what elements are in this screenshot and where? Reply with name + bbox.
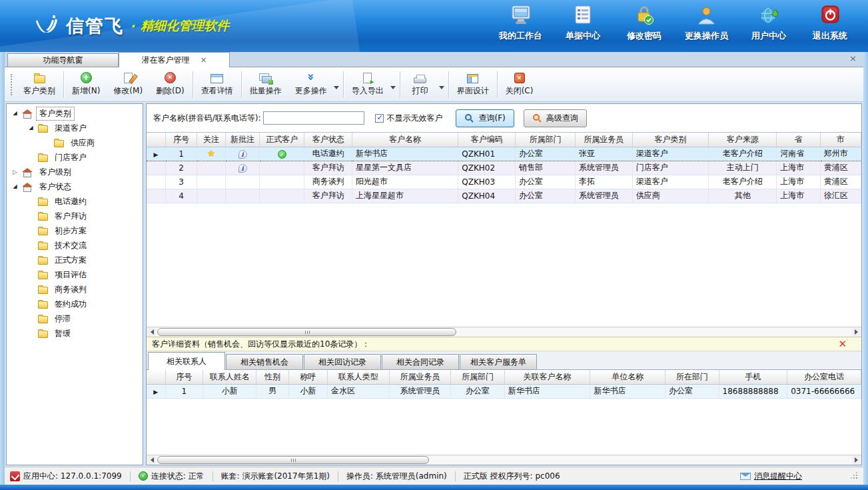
scroll-left-arrow-icon[interactable] bbox=[147, 456, 156, 465]
column-header[interactable]: 新批注 bbox=[225, 133, 259, 147]
column-header[interactable]: 所属业务员 bbox=[575, 133, 632, 147]
cell-city[interactable]: 郑州市 bbox=[820, 147, 861, 161]
hide-invalid-checkbox[interactable]: 不显示无效客户 bbox=[375, 113, 442, 124]
cell-category[interactable]: 渠道客户 bbox=[632, 175, 708, 189]
toolbar-view-detail-button[interactable]: 查看详情 bbox=[195, 69, 240, 100]
nav-my-workbench[interactable]: 我的工作台 bbox=[499, 5, 542, 42]
table-row[interactable]: 1 电话邀约 新华书店 QZKH01 办公室 张亚 渠道客户 老客户介绍 bbox=[147, 147, 861, 161]
column-header[interactable]: 所属部门 bbox=[451, 370, 504, 384]
message-center-link[interactable]: 消息提醒中心 bbox=[740, 471, 802, 482]
column-header[interactable]: 单位名称 bbox=[590, 370, 665, 384]
detail-close-icon[interactable]: ✕ bbox=[838, 339, 847, 349]
cell-source[interactable]: 老客户介绍 bbox=[709, 147, 777, 161]
cell-follow[interactable] bbox=[197, 189, 226, 203]
tree-item-supplier[interactable]: 供应商 bbox=[7, 135, 143, 150]
scroll-left-arrow-icon[interactable] bbox=[147, 328, 156, 337]
advanced-query-button[interactable]: 高级查询 bbox=[524, 109, 587, 127]
cell-mobile[interactable]: 18688888888 bbox=[719, 384, 787, 398]
scrollbar-track[interactable] bbox=[156, 328, 852, 337]
cell-note[interactable] bbox=[225, 147, 259, 161]
cell-name[interactable]: 新华书店 bbox=[352, 147, 458, 161]
cell-source[interactable]: 主动上门 bbox=[709, 161, 777, 175]
cell-note[interactable] bbox=[225, 161, 259, 175]
column-header[interactable]: 所属部门 bbox=[516, 133, 576, 147]
tree-item-initial-plan[interactable]: 初步方案 bbox=[7, 223, 143, 238]
checkbox-checked-icon[interactable] bbox=[375, 114, 384, 123]
tree-item-store-customer[interactable]: 门店客户 bbox=[7, 150, 143, 165]
column-header[interactable]: 序号 bbox=[165, 370, 203, 384]
cell-follow[interactable] bbox=[197, 175, 226, 189]
toolbar-ui-design-button[interactable]: 界面设计 bbox=[450, 69, 496, 100]
cell-category[interactable]: 渠道客户 bbox=[632, 147, 708, 161]
column-header[interactable]: 性别 bbox=[256, 370, 288, 384]
column-header[interactable]: 客户来源 bbox=[709, 133, 777, 147]
cell-contact-type[interactable]: 金水区 bbox=[328, 384, 390, 398]
cell-contact-name[interactable]: 小新 bbox=[203, 384, 256, 398]
cell-code[interactable]: QZKH02 bbox=[458, 161, 516, 175]
contact-grid-hscrollbar[interactable] bbox=[147, 455, 861, 465]
dropdown-caret-icon[interactable] bbox=[439, 86, 444, 92]
cell-department[interactable]: 办公室 bbox=[665, 384, 719, 398]
tree-item-customer-status[interactable]: 客户状态 bbox=[7, 179, 143, 194]
toolbar-delete-button[interactable]: 删除(D) bbox=[149, 69, 191, 100]
tab-function-nav[interactable]: 功能导航窗 bbox=[7, 53, 119, 67]
cell-formal[interactable] bbox=[260, 189, 304, 203]
cell-salesman[interactable]: 系统管理员 bbox=[575, 189, 632, 203]
cell-seq[interactable]: 3 bbox=[166, 175, 197, 189]
table-row[interactable]: 3 商务谈判 阳光超市 QZKH03 办公室 李拓 渠道客户 老客户介绍 bbox=[147, 175, 861, 189]
cell-salesman[interactable]: 系统管理员 bbox=[389, 384, 451, 398]
cell-name[interactable]: 星星第一文具店 bbox=[352, 161, 458, 175]
cell-province[interactable]: 上海市 bbox=[777, 175, 820, 189]
cell-formal[interactable] bbox=[260, 175, 304, 189]
tree-item-formal-plan[interactable]: 正式方案 bbox=[7, 253, 143, 267]
tab-related-contract-records[interactable]: 相关合同记录 bbox=[382, 354, 459, 369]
cell-status[interactable]: 客户拜访 bbox=[304, 161, 352, 175]
toolbar-import-export-button[interactable]: 导入导出 bbox=[345, 69, 390, 100]
tree-item-channel-customer[interactable]: 渠道客户 bbox=[7, 121, 143, 135]
table-row[interactable]: 2 客户拜访 星星第一文具店 QZKH02 销售部 系统管理员 门店客户 bbox=[147, 161, 861, 175]
column-header[interactable]: 客户类别 bbox=[632, 133, 708, 147]
toolbar-more-actions-button[interactable]: 更多操作 bbox=[288, 69, 334, 100]
tree-item-phone-invite[interactable]: 电话邀约 bbox=[7, 194, 143, 209]
tree-item-business-negotiation[interactable]: 商务谈判 bbox=[7, 282, 143, 297]
column-header[interactable]: 关注 bbox=[197, 133, 226, 147]
column-header[interactable]: 客户名称 bbox=[352, 133, 458, 147]
cell-salesman[interactable]: 系统管理员 bbox=[575, 161, 632, 175]
cell-category[interactable]: 门店客户 bbox=[632, 161, 708, 175]
cell-province[interactable]: 上海市 bbox=[777, 161, 820, 175]
toolbar-print-button[interactable]: 打印 bbox=[402, 69, 439, 100]
tree-item-signed-success[interactable]: 签约成功 bbox=[7, 297, 143, 311]
cell-dept[interactable]: 办公室 bbox=[516, 175, 576, 189]
cell-seq[interactable]: 2 bbox=[166, 161, 197, 175]
cell-salutation[interactable]: 小新 bbox=[288, 384, 327, 398]
column-header[interactable]: 客户编码 bbox=[458, 133, 516, 147]
column-header[interactable]: 办公室电话 bbox=[787, 370, 861, 384]
column-header[interactable]: 关联客户名称 bbox=[504, 370, 590, 384]
tab-potential-customer[interactable]: 潜在客户管理 × bbox=[119, 52, 230, 67]
tab-related-followup-records[interactable]: 相关回访记录 bbox=[304, 354, 381, 369]
cell-seq[interactable]: 1 bbox=[166, 147, 197, 161]
scrollbar-thumb[interactable] bbox=[157, 456, 429, 464]
cell-follow[interactable] bbox=[197, 161, 226, 175]
tree-item-project-evaluation[interactable]: 项目评估 bbox=[7, 267, 143, 282]
column-header[interactable]: 手机 bbox=[719, 370, 787, 384]
column-header[interactable]: 客户状态 bbox=[304, 133, 352, 147]
cell-city[interactable]: 黄浦区 bbox=[820, 175, 861, 189]
cell-formal[interactable] bbox=[260, 161, 304, 175]
cell-status[interactable]: 电话邀约 bbox=[304, 147, 352, 161]
cell-city[interactable]: 黄浦区 bbox=[820, 161, 861, 175]
query-button[interactable]: 查询(F) bbox=[456, 109, 514, 127]
cell-code[interactable]: QZKH01 bbox=[458, 147, 516, 161]
toolbar-close-button[interactable]: 关闭(C) bbox=[499, 69, 540, 100]
tab-related-contacts[interactable]: 相关联系人 bbox=[148, 352, 225, 370]
cell-dept[interactable]: 办公室 bbox=[516, 189, 576, 203]
toolbar-batch-operate-button[interactable]: 批量操作 bbox=[243, 69, 288, 100]
cell-seq[interactable]: 4 bbox=[166, 189, 197, 203]
tree-item-tech-exchange[interactable]: 技术交流 bbox=[7, 238, 143, 253]
cell-status[interactable]: 客户拜访 bbox=[304, 189, 352, 203]
cell-linked-customer[interactable]: 新华书店 bbox=[504, 384, 590, 398]
cell-dept[interactable]: 销售部 bbox=[516, 161, 576, 175]
cell-office-phone[interactable]: 0371-66666666 bbox=[787, 384, 861, 398]
cell-category[interactable]: 供应商 bbox=[632, 189, 708, 203]
cell-name[interactable]: 阳光超市 bbox=[352, 175, 458, 189]
